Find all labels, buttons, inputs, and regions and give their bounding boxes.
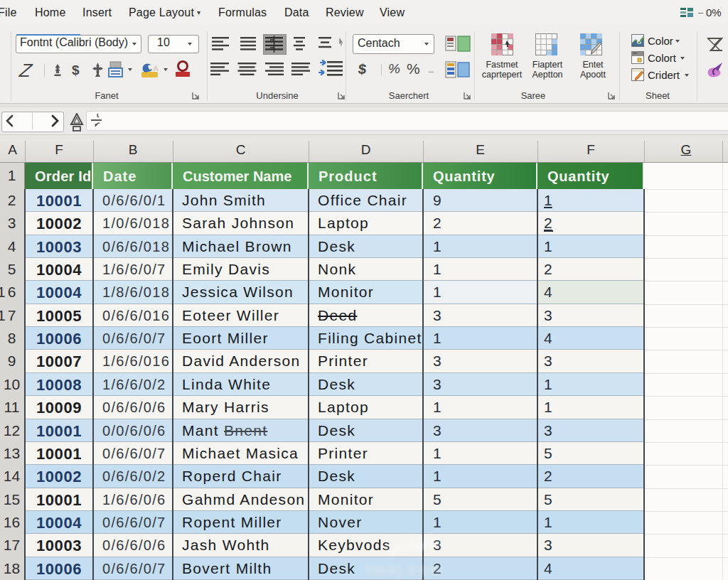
svg-text:$: $	[72, 63, 80, 77]
